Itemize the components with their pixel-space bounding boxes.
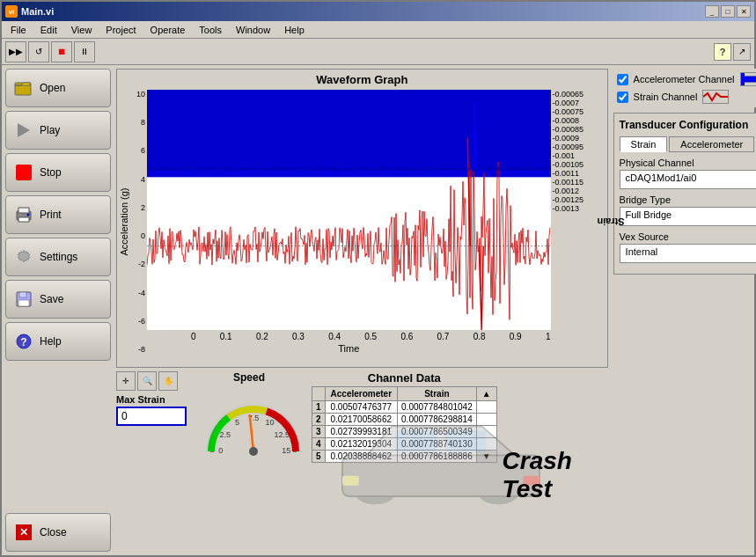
legend-strain: Strain Channel — [617, 90, 756, 104]
open-button[interactable]: Open — [5, 69, 111, 107]
col-strain: Strain — [398, 387, 477, 401]
main-window: vi Main.vi _ □ ✕ File Edit View Project … — [0, 0, 756, 557]
close-button[interactable]: ✕ — [737, 5, 751, 18]
gauge-container[interactable] — [196, 385, 302, 473]
graph-crosshair-button[interactable]: ✛ — [116, 371, 136, 391]
physical-channel-label: Physical Channel — [620, 158, 756, 168]
help-icon: ? — [13, 331, 34, 352]
vex-source-value[interactable]: Internal — [620, 244, 756, 263]
menu-window[interactable]: Window — [231, 23, 275, 37]
tab-strain[interactable]: Strain — [620, 136, 668, 152]
bridge-type-field: Bridge Type Full Bridge — [620, 194, 756, 226]
transducer-config: Transducer Configuration Strain Accelero… — [613, 113, 756, 275]
bridge-type-value[interactable]: Full Bridge — [620, 207, 756, 226]
graph-title: Waveform Graph — [121, 73, 604, 86]
help-button[interactable]: ? Help — [5, 322, 111, 361]
app-icon: vi — [5, 5, 18, 18]
strain-checkbox[interactable] — [617, 92, 628, 103]
svg-rect-17 — [342, 476, 359, 486]
crash-test-label: Crash Test — [503, 447, 599, 503]
accel-legend-label: Accelerometer Channel — [634, 74, 735, 84]
tab-accelerometer[interactable]: Accelerometer — [669, 136, 754, 152]
x-axis-label: Time — [147, 343, 551, 354]
max-strain-input[interactable] — [116, 407, 187, 426]
svg-rect-3 — [18, 208, 29, 213]
settings-label: Settings — [40, 251, 77, 263]
toolbar: ▶▶ ↺ ⏹ ⏸ ? ↗ — [2, 39, 754, 65]
menu-file[interactable]: File — [5, 23, 32, 37]
print-button[interactable]: Print — [5, 195, 111, 234]
sidebar: Open Play Stop Print — [5, 69, 111, 552]
print-label: Print — [40, 209, 62, 221]
speed-label: Speed — [233, 371, 265, 384]
save-button[interactable]: Save — [5, 280, 111, 319]
toolbar-arrow-button[interactable]: ↗ — [733, 43, 751, 61]
svg-rect-8 — [19, 292, 26, 297]
svg-rect-20 — [741, 73, 745, 85]
channel-data-title: Channel Data — [312, 371, 497, 385]
table-header-row: Accelerometer Strain ▲ — [312, 387, 497, 401]
graph-toolbar: ✛ 🔍 ✋ — [116, 371, 187, 391]
menu-view[interactable]: View — [66, 23, 98, 37]
speedometer-area: Speed — [192, 371, 306, 512]
help-label: Help — [40, 335, 62, 348]
minimize-button[interactable]: _ — [705, 5, 719, 18]
svg-text:?: ? — [20, 336, 26, 348]
accel-legend-icon — [740, 72, 756, 86]
graph-zoom-button[interactable]: 🔍 — [137, 371, 157, 391]
menu-operate[interactable]: Operate — [145, 23, 191, 37]
max-strain-label: Max Strain — [116, 394, 187, 405]
close-icon: ✕ — [13, 522, 34, 543]
toolbar-stop-button[interactable]: ⏹ — [51, 41, 72, 62]
col-row-num — [312, 387, 326, 401]
tab-bar: Strain Accelerometer — [620, 136, 756, 152]
graph-pan-button[interactable]: ✋ — [158, 371, 178, 391]
open-label: Open — [40, 82, 65, 94]
gauge-canvas[interactable] — [196, 385, 311, 473]
y-axis-label: Acceleration (g) — [119, 213, 129, 231]
strain-axis-label: Strain — [597, 216, 624, 227]
title-bar-left: vi Main.vi — [5, 5, 54, 18]
vex-source-label: Vex Source — [620, 231, 756, 242]
menu-help[interactable]: Help — [279, 23, 310, 37]
toolbar-help-button[interactable]: ? — [714, 43, 731, 61]
toolbar-refresh-button[interactable]: ↺ — [28, 41, 49, 62]
maximize-button[interactable]: □ — [721, 5, 735, 18]
stop-icon — [13, 162, 34, 183]
y-axis-right: -0.00065 -0.0007 -0.00075 -0.0008 -0.000… — [551, 90, 604, 213]
accel-checkbox[interactable] — [617, 74, 628, 85]
toolbar-pause-button[interactable]: ⏸ — [74, 41, 95, 62]
physical-channel-field: Physical Channel cDAQ1Mod1/ai0 — [620, 158, 756, 189]
stop-button[interactable]: Stop — [5, 153, 111, 192]
svg-rect-4 — [18, 217, 29, 222]
legend-area: Accelerometer Channel Strain Channel — [613, 69, 756, 107]
play-icon — [13, 120, 34, 141]
right-panel: Accelerometer Channel Strain Channel Tra… — [613, 69, 756, 552]
title-controls: _ □ ✕ — [705, 5, 751, 18]
max-strain-section: Max Strain — [116, 394, 187, 426]
center-area: Waveform Graph 10 8 6 4 2 0 -2 -4 -6 -8 — [116, 69, 608, 552]
menu-tools[interactable]: Tools — [194, 23, 227, 37]
window-title: Main.vi — [21, 6, 54, 17]
svg-rect-15 — [395, 430, 437, 451]
svg-rect-19 — [743, 77, 756, 82]
menu-project[interactable]: Project — [100, 23, 141, 37]
play-button[interactable]: Play — [5, 111, 111, 150]
menubar: File Edit View Project Operate Tools Win… — [2, 21, 754, 39]
toolbar-run-button[interactable]: ▶▶ — [5, 41, 26, 62]
crash-test-area: Crash Test — [503, 371, 608, 512]
graph-area: Waveform Graph 10 8 6 4 2 0 -2 -4 -6 -8 — [116, 69, 608, 368]
strain-legend-label: Strain Channel — [634, 92, 698, 102]
print-icon — [13, 204, 34, 225]
strain-legend-icon — [702, 90, 729, 104]
bottom-area: ✛ 🔍 ✋ Max Strain Speed — [116, 371, 608, 512]
close-sidebar-button[interactable]: ✕ Close — [5, 513, 111, 552]
settings-button[interactable]: Settings — [5, 238, 111, 276]
legend-accel: Accelerometer Channel — [617, 72, 756, 86]
physical-channel-value[interactable]: cDAQ1Mod1/ai0 — [620, 170, 756, 189]
menu-edit[interactable]: Edit — [35, 23, 62, 37]
title-bar: vi Main.vi _ □ ✕ — [2, 2, 754, 21]
close-label: Close — [40, 526, 67, 539]
svg-rect-16 — [444, 430, 486, 451]
waveform-canvas[interactable] — [147, 90, 551, 330]
